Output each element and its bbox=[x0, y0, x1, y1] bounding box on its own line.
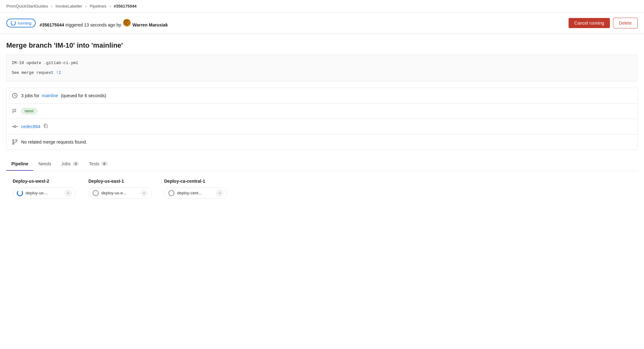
breadcrumb-sep-2: › bbox=[85, 4, 88, 9]
job-name-2: deploy-us-e... bbox=[101, 191, 138, 195]
meta-row-latest: latest bbox=[7, 104, 637, 119]
delete-button[interactable]: Delete bbox=[613, 18, 638, 28]
job-card-1[interactable]: deploy-us-... bbox=[13, 187, 76, 199]
job-cancel-icon-1[interactable] bbox=[65, 190, 72, 197]
job-cancel-icon-2[interactable] bbox=[140, 190, 147, 197]
cancel-running-button[interactable]: Cancel running bbox=[569, 18, 610, 28]
pipeline-meta-box: 3 jobs for mainline (queued for 6 second… bbox=[6, 88, 638, 150]
svg-line-14 bbox=[15, 96, 16, 96]
job-status-running-icon bbox=[17, 190, 23, 196]
pipeline-tabs: Pipeline Needs Jobs 3 Tests 0 bbox=[6, 157, 638, 171]
tab-tests[interactable]: Tests 0 bbox=[84, 157, 113, 171]
stage-title-2: Deploy-us-east-1 bbox=[88, 179, 152, 184]
stage-deploy-us-west-2: Deploy-us-west-2 deploy-us-... bbox=[13, 179, 76, 199]
latest-badge: latest bbox=[21, 108, 37, 114]
job-name-3: deploy-cent... bbox=[177, 191, 214, 195]
tab-needs[interactable]: Needs bbox=[33, 157, 56, 171]
pipeline-info: #356175044 triggered 13 seconds ago by W… bbox=[39, 19, 565, 27]
commit-message-line2: See merge request !2 bbox=[12, 69, 632, 76]
svg-rect-18 bbox=[45, 125, 47, 128]
breadcrumb: PmmQuickStartGuides › InvokeLabeller › P… bbox=[0, 0, 644, 13]
commit-message-line1: IM-10 update .gitlab-ci.yml bbox=[12, 59, 632, 67]
commit-title: Merge branch 'IM-10' into 'mainline' bbox=[6, 41, 638, 50]
svg-rect-10 bbox=[126, 24, 127, 25]
meta-row-commit: cedec864 bbox=[7, 119, 637, 134]
tests-tab-count: 0 bbox=[101, 162, 108, 166]
job-cancel-icon-3[interactable] bbox=[216, 190, 223, 197]
status-label: running bbox=[18, 21, 31, 26]
commit-hash-link[interactable]: cedec864 bbox=[21, 124, 40, 129]
svg-rect-8 bbox=[126, 23, 127, 24]
stage-title-3: Deploy-ca-central-1 bbox=[164, 179, 227, 184]
breadcrumb-sep-3: › bbox=[109, 4, 112, 9]
main-content: Merge branch 'IM-10' into 'mainline' IM-… bbox=[0, 34, 644, 199]
job-status-pending-icon-3 bbox=[168, 190, 175, 196]
meta-row-mr: No related merge requests found. bbox=[7, 134, 637, 150]
pipeline-author: Warren Marusiak bbox=[133, 22, 168, 27]
svg-rect-2 bbox=[126, 20, 127, 21]
breadcrumb-item-1[interactable]: PmmQuickStartGuides bbox=[6, 4, 48, 9]
svg-point-19 bbox=[13, 139, 14, 141]
avatar-icon bbox=[123, 19, 131, 27]
stage-deploy-us-east-1: Deploy-us-east-1 deploy-us-e... bbox=[88, 179, 152, 199]
running-spinner-icon bbox=[11, 21, 16, 26]
svg-rect-11 bbox=[127, 24, 128, 25]
flag-icon bbox=[12, 108, 18, 114]
svg-rect-5 bbox=[124, 21, 125, 22]
stage-title-1: Deploy-us-west-2 bbox=[13, 179, 76, 184]
copy-icon[interactable] bbox=[44, 124, 48, 129]
tab-jobs[interactable]: Jobs 3 bbox=[56, 157, 84, 171]
job-card-3[interactable]: deploy-cent... bbox=[164, 187, 227, 199]
merge-request-link[interactable]: !2 bbox=[56, 70, 61, 75]
see-merge-request-text: See merge request bbox=[12, 70, 56, 75]
svg-rect-9 bbox=[128, 23, 129, 24]
breadcrumb-item-2[interactable]: InvokeLabeller bbox=[56, 4, 82, 9]
commit-message-box: IM-10 update .gitlab-ci.yml See merge re… bbox=[6, 55, 638, 81]
svg-point-15 bbox=[14, 126, 16, 127]
avatar bbox=[123, 19, 131, 27]
svg-rect-1 bbox=[124, 20, 125, 21]
meta-row-jobs: 3 jobs for mainline (queued for 6 second… bbox=[7, 88, 637, 104]
jobs-tab-count: 3 bbox=[73, 162, 79, 166]
svg-rect-4 bbox=[128, 20, 129, 21]
branch-link[interactable]: mainline bbox=[42, 93, 58, 98]
svg-point-21 bbox=[13, 143, 14, 144]
svg-rect-7 bbox=[124, 23, 125, 24]
header-actions: Cancel running Delete bbox=[569, 18, 638, 28]
pipeline-header: running #356175044 triggered 13 seconds … bbox=[0, 13, 644, 34]
no-mr-text: No related merge requests found. bbox=[21, 139, 87, 145]
svg-rect-3 bbox=[127, 20, 128, 21]
triggered-text: triggered 13 seconds ago by bbox=[65, 22, 121, 27]
stage-deploy-ca-central-1: Deploy-ca-central-1 deploy-cent... bbox=[164, 179, 227, 199]
job-status-pending-icon-2 bbox=[92, 190, 99, 196]
pipeline-stages: Deploy-us-west-2 deploy-us-... Deploy-us… bbox=[6, 179, 638, 199]
breadcrumb-sep-1: › bbox=[51, 4, 54, 9]
status-badge: running bbox=[6, 19, 36, 27]
svg-point-20 bbox=[16, 139, 17, 141]
pipeline-id: #356175044 bbox=[39, 22, 64, 27]
svg-rect-0 bbox=[123, 19, 131, 27]
job-card-2[interactable]: deploy-us-e... bbox=[88, 187, 152, 199]
breadcrumb-current: #356175044 bbox=[114, 4, 136, 9]
commit-icon bbox=[12, 123, 18, 130]
clock-icon bbox=[12, 92, 18, 99]
job-name-1: deploy-us-... bbox=[26, 191, 62, 195]
tab-pipeline[interactable]: Pipeline bbox=[6, 157, 33, 171]
svg-rect-6 bbox=[127, 21, 128, 22]
breadcrumb-item-3[interactable]: Pipelines bbox=[90, 4, 106, 9]
jobs-count-text: 3 jobs for mainline (queued for 6 second… bbox=[21, 93, 106, 98]
merge-request-icon bbox=[12, 139, 18, 145]
